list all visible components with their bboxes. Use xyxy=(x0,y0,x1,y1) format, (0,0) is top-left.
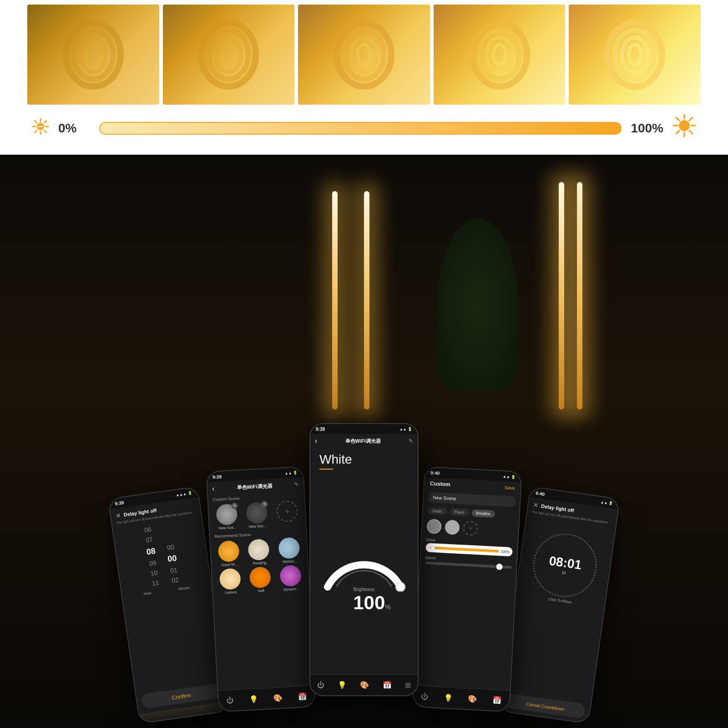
svg-line-38 xyxy=(677,131,680,134)
svg-line-36 xyxy=(689,131,693,134)
phone3-header: ‹ 单色WiFi调光器 ✎ xyxy=(310,434,418,448)
brightness-value: 100 xyxy=(353,592,385,614)
brightness-unit: % xyxy=(385,603,390,611)
strip-image-2 xyxy=(163,5,295,105)
brightness-label: Brightness xyxy=(337,587,391,592)
tab-breathe[interactable]: Breathe xyxy=(471,509,495,518)
edit-badge-2: ✎ xyxy=(261,501,268,508)
edit-badge: ✎ xyxy=(231,502,238,509)
phone2-screen: ‹ 单色WiFi调光器 ✎ Custom Scene ✎ New Sce... … xyxy=(207,477,314,690)
palette-nav-3[interactable]: 🎨 xyxy=(360,681,369,689)
power-nav-4[interactable]: ⏻ xyxy=(421,693,429,701)
back-arrow-icon[interactable]: ‹ xyxy=(212,485,215,493)
bulb-nav-icon[interactable]: 💡 xyxy=(249,695,258,704)
bottom-nav-3: ⏻ 💡 🎨 📅 ⊞ xyxy=(310,674,418,695)
hour-label: Hour xyxy=(143,591,152,596)
color-dot-1[interactable] xyxy=(426,519,442,534)
svg-point-30 xyxy=(679,120,690,131)
custom-scene-2-name: New Sce... xyxy=(249,524,267,529)
timer-unit: M xyxy=(562,570,566,576)
edit-icon[interactable]: ✎ xyxy=(294,481,299,488)
scene-working[interactable]: Workin... xyxy=(274,537,304,564)
svg-point-39 xyxy=(396,582,405,592)
edit-icon-3[interactable]: ✎ xyxy=(409,438,413,444)
time-picker: 06 07 08 09 10 11 00 00 01 xyxy=(117,518,207,598)
bulb-nav-3[interactable]: 💡 xyxy=(338,681,347,689)
confirm-button[interactable]: Confirm xyxy=(172,692,192,701)
strip-image-3 xyxy=(298,5,430,105)
add-scene-button[interactable]: + xyxy=(273,500,302,527)
brightness-bar[interactable] xyxy=(99,122,622,135)
white-underline xyxy=(319,469,333,470)
status-bar-3: 9:39 ▲▲ 🔋 xyxy=(310,424,418,434)
brightness-dial: Brightness 100 % xyxy=(310,471,418,674)
svg-line-35 xyxy=(677,118,680,121)
timer-display: 08:01 M Click To Reset xyxy=(515,520,615,617)
svg-point-18 xyxy=(622,37,647,72)
brightness-row: 0% 100% xyxy=(27,114,701,143)
grid-nav-3[interactable]: ⊞ xyxy=(405,681,411,689)
bottom-nav-4: ⏻ 💡 🎨 📅 xyxy=(413,685,510,711)
tab-static[interactable]: Static xyxy=(427,507,447,515)
svg-point-14 xyxy=(487,37,512,72)
svg-point-10 xyxy=(351,37,377,72)
scene-reading[interactable]: Reading xyxy=(244,538,274,566)
svg-line-28 xyxy=(35,130,36,132)
sun-icon-slider: ☀ xyxy=(428,545,433,550)
strip-image-4 xyxy=(434,5,566,105)
speed-knob[interactable] xyxy=(496,563,503,570)
tab-flash[interactable]: Flash xyxy=(450,508,469,516)
palette-nav-icon[interactable]: 🎨 xyxy=(273,693,283,703)
close-icon[interactable]: ✕ xyxy=(115,511,121,520)
sun-icon-right xyxy=(672,114,696,143)
svg-point-6 xyxy=(216,37,241,72)
svg-line-25 xyxy=(35,121,36,122)
phone-custom-scene: 9:39 ▲▲ 🔋 ‹ 单色WiFi调光器 ✎ Custom Scene ✎ xyxy=(206,466,316,713)
minute-label: Minute xyxy=(178,586,190,591)
scene-leisure[interactable]: Leisure xyxy=(216,568,245,595)
color-add-button[interactable]: + xyxy=(463,521,478,536)
timer-ring[interactable]: 08:01 M xyxy=(529,530,601,602)
color-dot-2[interactable] xyxy=(445,520,460,535)
wall-light-strip-2 xyxy=(364,191,369,410)
power-nav-icon[interactable]: ⏻ xyxy=(226,696,234,705)
scene-dynamic[interactable]: Dynami... xyxy=(276,565,305,592)
brightness-max-label: 100% xyxy=(631,121,663,136)
custom-scene-1[interactable]: ✎ New Sce... xyxy=(212,503,242,531)
bottom-nav-2: ⏻ 💡 🎨 📅 xyxy=(218,685,315,711)
phone3-screen: ‹ 单色WiFi调光器 ✎ White xyxy=(310,434,418,674)
wall-light-strip-3 xyxy=(577,182,582,410)
scene-good-night[interactable]: Good Ni... xyxy=(214,540,243,567)
wall-light-strip-1 xyxy=(332,191,338,410)
click-to-reset[interactable]: Click To Reset xyxy=(548,597,572,604)
svg-line-37 xyxy=(689,118,693,121)
new-scene-input[interactable]: New Scene xyxy=(428,492,516,507)
sun-icon-left xyxy=(32,118,49,139)
svg-point-7 xyxy=(222,45,235,65)
custom-scene-2[interactable]: ✎ New Sce... xyxy=(242,502,272,529)
svg-line-27 xyxy=(45,121,46,122)
save-button[interactable]: Save xyxy=(505,485,515,490)
svg-point-19 xyxy=(628,45,641,65)
schedule-nav-3[interactable]: 📅 xyxy=(383,681,392,689)
custom-scene-1-name: New Sce... xyxy=(218,526,236,531)
close-icon-5[interactable]: ✕ xyxy=(532,501,539,509)
svg-point-2 xyxy=(81,37,106,72)
bottom-section: 9:39 ▲▲▲ 🔋 ✕ Delay light off The light w… xyxy=(0,155,728,728)
dial-arc-svg xyxy=(318,532,410,592)
schedule-nav-4[interactable]: 📅 xyxy=(492,696,502,705)
custom-scene-grid: ✎ New Sce... ✎ New Sce... + xyxy=(208,498,306,533)
power-nav-3[interactable]: ⏻ xyxy=(317,681,324,689)
recommend-scene-grid: Good Ni... Reading Workin... Leisure xyxy=(210,535,309,597)
phone2-title: 单色WiFi调光器 xyxy=(217,481,292,492)
scene-soft[interactable]: Soft xyxy=(246,566,275,593)
cancel-countdown-button[interactable]: Cancel Countdown xyxy=(526,702,564,712)
svg-point-11 xyxy=(358,45,370,65)
bulb-nav-4[interactable]: 💡 xyxy=(444,693,453,703)
phone-custom: 9:40 ▲▲ 🔋 Custom Save New Scene Static F… xyxy=(412,466,522,713)
plant-decoration xyxy=(437,218,519,391)
slider-fill xyxy=(434,546,499,552)
svg-line-26 xyxy=(45,130,46,132)
schedule-nav-icon[interactable]: 📅 xyxy=(298,692,307,701)
palette-nav-4[interactable]: 🎨 xyxy=(468,694,477,703)
